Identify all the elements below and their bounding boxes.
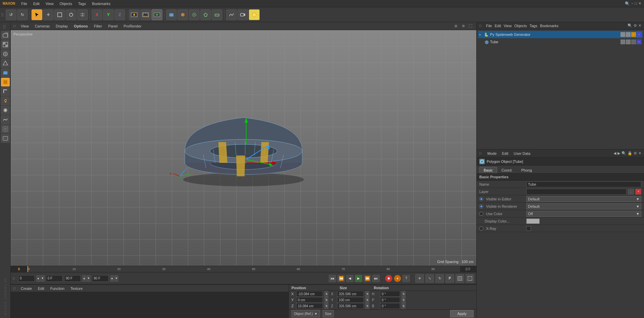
xray-radio[interactable]: [479, 227, 483, 231]
tree-item-tube[interactable]: ⬤ Tube ✓: [478, 38, 643, 46]
select-tool-2[interactable]: [200, 9, 211, 20]
z-size-field[interactable]: [337, 303, 364, 309]
pp-arrow-right[interactable]: ▶: [618, 151, 620, 155]
z-position-field[interactable]: [296, 303, 323, 309]
fps-field[interactable]: [92, 275, 109, 282]
name-input[interactable]: [526, 181, 641, 187]
btn-next-frame[interactable]: ⏩: [364, 275, 371, 282]
xray-checkbox[interactable]: [526, 226, 531, 231]
z-pos-spin[interactable]: ⇅: [324, 303, 328, 309]
bm-create[interactable]: Create: [18, 286, 35, 291]
om-close-icon[interactable]: ✕: [638, 23, 641, 28]
bm-edit[interactable]: Edit: [35, 286, 47, 291]
z-axis-tool[interactable]: Z: [114, 9, 125, 20]
window-close[interactable]: ✕: [638, 1, 641, 6]
window-minimize[interactable]: −: [631, 1, 633, 6]
menu-file[interactable]: File: [18, 1, 30, 6]
current-frame-field[interactable]: [18, 275, 35, 282]
render-region[interactable]: [140, 9, 151, 20]
menu-objects[interactable]: Objects: [57, 1, 75, 6]
sidebar-tool5[interactable]: [1, 68, 10, 77]
pp-lock-icon[interactable]: 🔒: [628, 151, 632, 155]
search-icon[interactable]: 🔍: [625, 1, 630, 6]
pp-settings-icon[interactable]: ⚙: [634, 151, 637, 155]
btn-mode-grid[interactable]: [455, 274, 464, 283]
display-color-swatch[interactable]: [526, 218, 540, 224]
sidebar-tool9[interactable]: [1, 106, 10, 115]
btn-play-forward[interactable]: ▶: [355, 275, 362, 282]
p-rot-field[interactable]: [380, 297, 400, 303]
layer-field[interactable]: [526, 189, 627, 195]
use-color-radio[interactable]: [479, 212, 483, 216]
btn-up3[interactable]: ▲: [110, 275, 114, 282]
om-menu-edit[interactable]: Edit: [495, 24, 501, 28]
btn-down[interactable]: ▼: [41, 275, 45, 282]
pp-arrow-left[interactable]: ◀: [613, 151, 616, 155]
tube-tag2[interactable]: ✓: [637, 40, 641, 44]
visible-editor-radio[interactable]: [479, 197, 483, 201]
b-rot-field[interactable]: [380, 303, 400, 309]
pp-mode[interactable]: Mode: [486, 151, 498, 156]
menu-edit[interactable]: Edit: [31, 1, 42, 6]
b-spin[interactable]: ⇅: [401, 303, 406, 309]
x-size-field[interactable]: [337, 291, 364, 297]
x-pos-spin[interactable]: ⇅: [324, 291, 328, 297]
h-spin[interactable]: ⇅: [401, 291, 406, 297]
vp-icon-fullscreen[interactable]: ⛶: [468, 23, 474, 29]
cursor-tool[interactable]: [32, 9, 42, 20]
y-position-field[interactable]: [296, 297, 323, 303]
pp-search-icon[interactable]: 🔍: [622, 151, 626, 155]
om-menu-bookmarks[interactable]: Bookmarks: [540, 24, 558, 28]
sidebar-tool7[interactable]: [1, 87, 10, 96]
spline-tool[interactable]: [226, 9, 237, 20]
sidebar-tool8[interactable]: [1, 97, 10, 105]
object-mode[interactable]: [166, 9, 177, 20]
bm-function[interactable]: Function: [48, 286, 67, 291]
btn-go-start[interactable]: ⏮: [329, 275, 336, 282]
btn-down2[interactable]: ▼: [87, 275, 91, 282]
pp-edit[interactable]: Edit: [501, 151, 510, 156]
menu-bookmarks[interactable]: Bookmarks: [89, 1, 113, 6]
y-size-spin[interactable]: ⇅: [365, 297, 369, 303]
sidebar-tool3[interactable]: [1, 50, 10, 58]
vp-menu-panel[interactable]: Panel: [105, 23, 120, 29]
bm-texture[interactable]: Texture: [68, 286, 85, 291]
vp-icon-settings[interactable]: ⚙: [460, 23, 466, 29]
sidebar-tool6[interactable]: [1, 78, 10, 86]
tab-basic[interactable]: Basic: [479, 167, 497, 173]
om-search-icon[interactable]: 🔍: [628, 23, 632, 28]
vp-menu-cameras[interactable]: Cameras: [32, 23, 53, 29]
redo-button[interactable]: ↻: [17, 9, 28, 20]
x-position-field[interactable]: [296, 291, 323, 297]
move-tool[interactable]: ✛: [43, 9, 54, 20]
spiderweb-tag1[interactable]: T: [631, 32, 636, 37]
btn-prev-frame[interactable]: ⏪: [337, 275, 345, 282]
visible-editor-dropdown[interactable]: Default ▼: [526, 196, 641, 202]
end-frame-field[interactable]: [64, 275, 81, 282]
y-size-field[interactable]: [337, 297, 364, 303]
start-frame-field[interactable]: [46, 275, 63, 282]
tree-item-spiderweb[interactable]: ▶ 🐍 Py Spiderweb Generator T ✓: [478, 31, 643, 38]
light-tool[interactable]: [249, 9, 260, 20]
btn-record-active[interactable]: ⏺: [385, 275, 392, 282]
h-rot-field[interactable]: [380, 291, 400, 297]
render-picture-viewer[interactable]: [129, 9, 140, 20]
sidebar-tool11[interactable]: [1, 125, 10, 133]
y-axis-tool[interactable]: Y: [103, 9, 114, 20]
window-maximize[interactable]: □: [635, 1, 637, 6]
size-label-btn[interactable]: Size: [323, 310, 334, 317]
spiderweb-tag2[interactable]: ✓: [637, 32, 641, 37]
btn-mode-scale[interactable]: ⤡: [425, 274, 434, 283]
pp-close-icon[interactable]: ✕: [638, 151, 641, 155]
btn-mode-rotate[interactable]: ↻: [435, 274, 444, 283]
x-axis-tool[interactable]: X: [92, 9, 102, 20]
rotate-tool[interactable]: [66, 9, 76, 20]
vp-menu-filter[interactable]: Filter: [91, 23, 105, 29]
mirror-tool[interactable]: [77, 9, 88, 20]
apply-button[interactable]: Apply: [450, 310, 474, 317]
spiderweb-vis-render[interactable]: [626, 32, 631, 37]
tube-vis-editor[interactable]: [621, 40, 625, 44]
spiderweb-vis-editor[interactable]: [621, 32, 625, 37]
sidebar-tool12[interactable]: [1, 134, 10, 143]
om-settings-icon[interactable]: ⚙: [634, 23, 637, 28]
